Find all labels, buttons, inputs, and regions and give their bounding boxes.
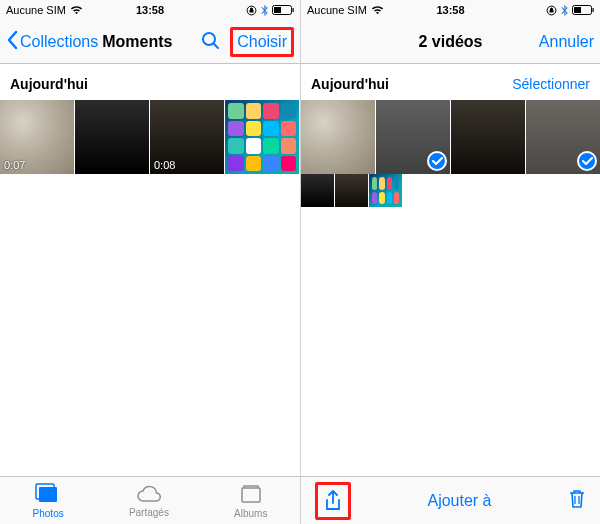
thumbnail-small[interactable]: [301, 174, 334, 207]
navbar: 2 vidéos Annuler: [301, 20, 600, 64]
thumbnail[interactable]: 0:07: [0, 100, 74, 174]
screen-left: Aucune SIM 13:58 Collections Moments: [0, 0, 300, 524]
share-button[interactable]: [315, 482, 351, 520]
tab-label: Albums: [234, 508, 267, 519]
thumbnail[interactable]: 0:08: [150, 100, 224, 174]
tab-bar: Photos Partagés Albums: [0, 476, 300, 524]
thumbnail[interactable]: [301, 100, 375, 174]
thumbnail[interactable]: [225, 100, 299, 174]
svg-rect-11: [574, 7, 581, 13]
section-header: Aujourd'hui: [0, 64, 300, 100]
battery-icon: [572, 5, 594, 15]
choose-button[interactable]: Choisir: [230, 27, 294, 57]
svg-rect-10: [593, 8, 594, 12]
share-icon: [324, 490, 342, 512]
status-bar: Aucune SIM 13:58: [301, 0, 600, 20]
toolbar: Ajouter à: [301, 476, 600, 524]
thumbnail[interactable]: [376, 100, 450, 174]
tab-albums[interactable]: Albums: [234, 483, 267, 519]
back-button[interactable]: Collections: [20, 33, 98, 51]
status-time: 13:58: [96, 4, 204, 16]
status-bar: Aucune SIM 13:58: [0, 0, 300, 20]
navbar: Collections Moments Choisir: [0, 20, 300, 64]
svg-rect-2: [293, 8, 294, 12]
page-title: Moments: [102, 33, 172, 51]
wifi-icon: [371, 5, 384, 15]
cancel-button[interactable]: Annuler: [539, 33, 594, 51]
bluetooth-icon: [561, 5, 568, 16]
carrier-label: Aucune SIM: [6, 4, 66, 16]
trash-button[interactable]: [568, 488, 586, 513]
carrier-label: Aucune SIM: [307, 4, 367, 16]
tab-label: Photos: [33, 508, 64, 519]
svg-rect-7: [242, 488, 260, 502]
select-all-button[interactable]: Sélectionner: [512, 76, 590, 92]
selected-check-icon: [577, 151, 597, 171]
orientation-lock-icon: [546, 5, 557, 16]
video-duration: 0:08: [154, 159, 175, 171]
wifi-icon: [70, 5, 83, 15]
section-title: Aujourd'hui: [10, 76, 88, 92]
selected-check-icon: [427, 151, 447, 171]
thumbnail[interactable]: [75, 100, 149, 174]
photo-grid: [301, 100, 600, 174]
orientation-lock-icon: [246, 5, 257, 16]
bluetooth-icon: [261, 5, 268, 16]
thumbnail[interactable]: [451, 100, 525, 174]
albums-icon: [239, 483, 263, 507]
cloud-icon: [135, 484, 163, 506]
tab-photos[interactable]: Photos: [33, 483, 64, 519]
add-to-button[interactable]: Ajouter à: [351, 492, 568, 510]
thumbnail-small[interactable]: [369, 174, 402, 207]
section-header: Aujourd'hui Sélectionner: [301, 64, 600, 100]
status-time: 13:58: [397, 4, 504, 16]
photos-tab-icon: [35, 483, 61, 507]
thumbnail[interactable]: [526, 100, 600, 174]
tab-shared[interactable]: Partagés: [129, 484, 169, 518]
trash-icon: [568, 488, 586, 510]
video-duration: 0:07: [4, 159, 25, 171]
screen-right: Aucune SIM 13:58 2 vidéos Annuler Aujour…: [300, 0, 600, 524]
thumbnail-small[interactable]: [335, 174, 368, 207]
svg-point-4: [203, 33, 215, 45]
tab-label: Partagés: [129, 507, 169, 518]
section-title: Aujourd'hui: [311, 76, 389, 92]
search-icon[interactable]: [201, 31, 220, 53]
photo-grid: 0:07 0:08: [0, 100, 300, 174]
chevron-left-icon[interactable]: [6, 30, 18, 53]
photo-grid-strip: [301, 174, 600, 207]
battery-icon: [272, 5, 294, 15]
svg-rect-3: [274, 7, 281, 13]
